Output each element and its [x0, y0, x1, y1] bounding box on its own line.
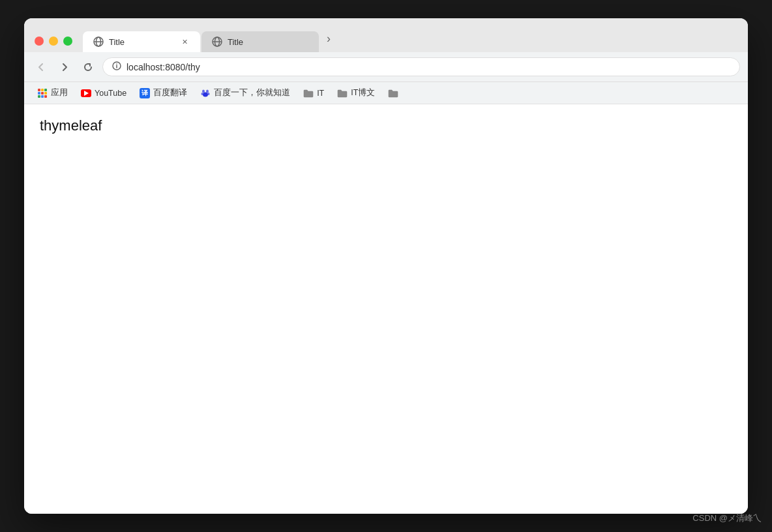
close-button[interactable] — [35, 37, 44, 46]
svg-point-12 — [201, 93, 203, 95]
tab-favicon-2 — [212, 37, 222, 47]
bookmark-youtube[interactable]: YouTube — [76, 85, 132, 101]
tab-favicon-1 — [93, 37, 104, 47]
bookmark-translate[interactable]: 译 百度翻译 — [134, 85, 192, 101]
tab-1[interactable]: Title ✕ — [83, 31, 200, 52]
bookmark-itblog[interactable]: IT博文 — [332, 85, 380, 101]
translate-icon: 译 — [140, 88, 150, 98]
address-bar[interactable]: localhost:8080/thy — [102, 57, 740, 76]
folder-more-icon — [388, 88, 398, 98]
back-button[interactable] — [32, 58, 50, 76]
new-tab-button[interactable]: › — [320, 27, 337, 51]
tab-bar: Title ✕ Title › — [83, 27, 748, 52]
bookmarks-bar: 应用 YouTube 译 百度翻译 — [24, 82, 748, 104]
youtube-icon — [81, 88, 91, 98]
url-text: localhost:8080/thy — [126, 62, 730, 72]
browser-window: Title ✕ Title › — [24, 18, 748, 514]
bookmark-translate-label: 百度翻译 — [153, 87, 187, 98]
svg-point-8 — [116, 63, 117, 65]
folder-itblog-icon — [337, 88, 348, 98]
title-bar: Title ✕ Title › — [24, 18, 748, 52]
maximize-button[interactable] — [63, 37, 72, 46]
apps-icon — [37, 88, 48, 98]
tab-2-title: Title — [228, 37, 308, 47]
minimize-button[interactable] — [49, 37, 58, 46]
page-content: thymeleaf — [24, 104, 748, 514]
svg-point-9 — [202, 89, 205, 93]
bookmark-it-label: IT — [317, 89, 324, 98]
tab-1-close[interactable]: ✕ — [179, 37, 190, 47]
svg-point-13 — [208, 93, 210, 95]
bookmark-baidu[interactable]: 百度一下，你就知道 — [195, 85, 295, 101]
bookmark-apps[interactable]: 应用 — [32, 85, 73, 101]
forward-button[interactable] — [55, 58, 74, 76]
bookmark-youtube-label: YouTube — [95, 89, 126, 98]
tab-1-title: Title — [109, 37, 174, 47]
bookmark-apps-label: 应用 — [51, 87, 68, 98]
address-info-icon — [112, 61, 121, 72]
bookmark-it[interactable]: IT — [298, 85, 329, 101]
svg-point-10 — [206, 89, 209, 93]
svg-point-11 — [203, 92, 208, 96]
folder-it-icon — [303, 88, 314, 98]
bookmark-baidu-label: 百度一下，你就知道 — [214, 87, 290, 98]
bookmark-itblog-label: IT博文 — [351, 87, 375, 98]
nav-bar: localhost:8080/thy — [24, 52, 748, 82]
reload-button[interactable] — [79, 58, 97, 76]
bookmark-more[interactable] — [383, 85, 404, 101]
baidu-icon — [200, 88, 211, 98]
page-main-text: thymeleaf — [40, 117, 732, 134]
traffic-lights — [24, 37, 83, 52]
tab-2[interactable]: Title — [201, 31, 319, 52]
watermark: CSDN @メ清峰乀 — [692, 512, 762, 524]
